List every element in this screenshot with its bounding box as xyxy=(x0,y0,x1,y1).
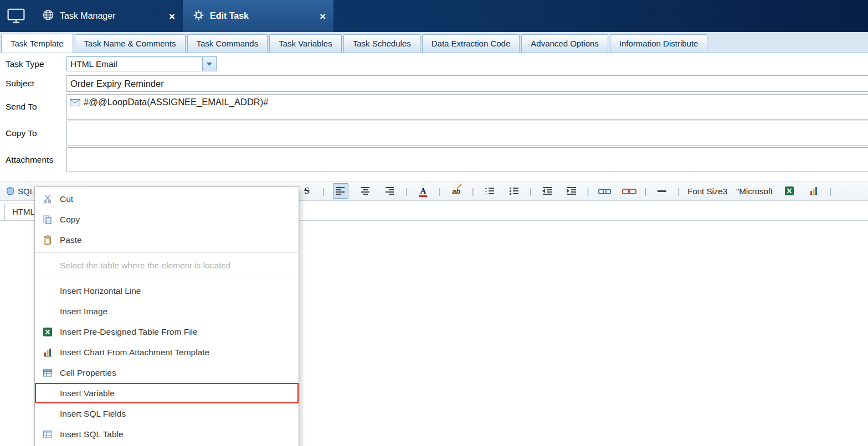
subject-input[interactable]: Order Expiry Reminder xyxy=(66,75,868,92)
toolbar-separator: | xyxy=(439,186,441,196)
task-type-select[interactable]: HTML Email xyxy=(66,56,217,71)
send-to-input[interactable]: #@@LoopData(ASSIGNEE_EMAIL_ADDR)# xyxy=(66,94,868,120)
bullet-list-icon[interactable] xyxy=(482,184,497,198)
send-to-label: Send To xyxy=(6,94,64,120)
align-right-icon[interactable] xyxy=(383,184,397,198)
toolbar-separator: | xyxy=(677,186,680,196)
menu-item-label: Insert SQL Table xyxy=(60,429,124,439)
task-form: Task Type HTML Email Subject Order Expir… xyxy=(0,53,868,181)
menu-separator xyxy=(36,252,297,253)
globe-icon xyxy=(42,9,54,23)
menu-item-insert-sql-fields[interactable]: Insert SQL Fields xyxy=(35,403,299,424)
menu-item-label: Insert Horizontal Line xyxy=(60,286,141,296)
subject-value: Order Expiry Reminder xyxy=(67,76,868,92)
menu-item-insert-horizontal-line[interactable]: Insert Horizontal Line xyxy=(35,281,299,301)
menu-item-label: Select the table where the element is lo… xyxy=(60,261,230,271)
tab-advanced-options[interactable]: Advanced Options xyxy=(521,34,608,53)
menu-item-label: Cut xyxy=(60,194,73,204)
menu-item-icon-empty xyxy=(42,388,54,398)
align-left-icon[interactable] xyxy=(333,183,348,199)
toolbar-separator: | xyxy=(322,186,325,196)
close-icon[interactable]: × xyxy=(169,11,175,22)
menu-item-insert-variable[interactable]: Insert Variable xyxy=(35,383,299,403)
menu-item-icon-empty xyxy=(42,307,54,317)
context-menu: CutCopyPasteSelect the table where the e… xyxy=(34,186,299,446)
tab-task-name-comments[interactable]: Task Name & Comments xyxy=(75,34,186,53)
menu-item-insert-image[interactable]: Insert Image xyxy=(35,301,299,321)
menu-item-label: Insert Chart From Attachment Template xyxy=(60,348,209,357)
menu-item-label: Insert Variable xyxy=(60,388,115,398)
toolbar-separator: | xyxy=(472,186,474,196)
menu-item-insert-chart-from-attachment-template[interactable]: Insert Chart From Attachment Template xyxy=(35,342,299,362)
menu-item-label: Insert Image xyxy=(60,307,107,317)
task-type-label: Task Type xyxy=(6,56,64,71)
window-tab-label: Task Manager xyxy=(60,11,116,21)
close-icon[interactable]: × xyxy=(320,11,326,22)
cut-icon xyxy=(42,194,54,204)
menu-item-label: Insert Pre-Designed Table From File xyxy=(60,327,198,337)
menu-item-select-the-table-where-the-element-is-located: Select the table where the element is lo… xyxy=(35,255,299,276)
strikethrough-icon[interactable]: S xyxy=(300,184,314,198)
unlink-icon[interactable] xyxy=(622,184,636,198)
send-to-value: #@@LoopData(ASSIGNEE_EMAIL_ADDR)# xyxy=(83,97,268,107)
align-center-icon[interactable] xyxy=(358,184,373,198)
font-color-icon[interactable]: A xyxy=(416,184,430,198)
attachments-label: Attachments xyxy=(6,147,64,172)
tab-task-schedules[interactable]: Task Schedules xyxy=(343,34,420,53)
sql-icon xyxy=(6,186,15,196)
menu-item-icon-empty xyxy=(42,409,54,419)
tab-task-commands[interactable]: Task Commands xyxy=(187,34,268,53)
menu-item-label: Insert SQL Fields xyxy=(60,409,126,419)
tab-strip: Task TemplateTask Name & CommentsTask Co… xyxy=(0,32,868,53)
numbered-list-icon[interactable] xyxy=(507,184,521,198)
copy-to-value xyxy=(67,121,868,127)
toolbar-separator: | xyxy=(587,186,589,196)
chart-icon xyxy=(42,348,54,357)
task-type-value: HTML Email xyxy=(67,57,202,71)
tab-information-distribute[interactable]: Information Distribute xyxy=(610,34,708,53)
outdent-icon[interactable] xyxy=(540,184,554,198)
copy-to-label: Copy To xyxy=(6,121,64,146)
tab-task-template[interactable]: Task Template xyxy=(1,34,73,53)
copy-to-input[interactable] xyxy=(66,121,868,146)
monitor-icon[interactable] xyxy=(0,0,32,32)
paste-icon xyxy=(42,235,54,245)
title-bar: Task Manager × Edit Task × xyxy=(0,0,868,32)
subject-label: Subject xyxy=(6,75,64,92)
window-tab-task-manager[interactable]: Task Manager × xyxy=(32,0,183,32)
chart-icon[interactable] xyxy=(807,184,821,198)
menu-separator xyxy=(36,278,297,278)
copy-icon xyxy=(42,215,54,225)
menu-item-icon-empty xyxy=(42,286,54,296)
menu-item-insert-sql-table[interactable]: Insert SQL Table xyxy=(35,424,299,444)
toolbar-separator: | xyxy=(405,186,408,196)
menu-item-label: Copy xyxy=(60,215,80,225)
tab-data-extraction-code[interactable]: Data Extraction Code xyxy=(422,34,520,53)
excel-icon[interactable] xyxy=(782,184,797,198)
sql-table-icon xyxy=(42,429,54,439)
table-icon xyxy=(42,368,54,378)
menu-item-cut[interactable]: Cut xyxy=(35,189,299,209)
attachments-input[interactable] xyxy=(66,147,868,172)
toolbar-separator: | xyxy=(829,186,831,196)
menu-item-copy[interactable]: Copy xyxy=(35,209,299,230)
window-tab-label: Edit Task xyxy=(210,11,249,21)
sql-button[interactable]: SQL xyxy=(6,186,34,196)
font-size-label[interactable]: Font Size3 xyxy=(683,186,732,196)
highlight-icon[interactable]: ab xyxy=(449,184,464,198)
envelope-icon xyxy=(70,98,80,108)
link-icon[interactable] xyxy=(597,184,612,198)
toolbar-separator: | xyxy=(530,186,532,196)
indent-icon[interactable] xyxy=(564,184,579,198)
chevron-down-icon[interactable] xyxy=(202,57,216,71)
font-family-label[interactable]: "Microsoft xyxy=(732,186,777,196)
window-tab-edit-task[interactable]: Edit Task × xyxy=(183,0,333,32)
attachments-value xyxy=(67,148,868,153)
tab-task-variables[interactable]: Task Variables xyxy=(269,34,341,53)
horizontal-line-icon[interactable] xyxy=(655,184,669,198)
menu-item-label: Cell Properties xyxy=(60,368,116,378)
menu-item-paste[interactable]: Paste xyxy=(35,230,299,250)
menu-item-insert-pre-designed-table-from-file[interactable]: Insert Pre-Designed Table From File xyxy=(35,321,299,342)
menu-item-cell-properties[interactable]: Cell Properties xyxy=(35,362,299,383)
excel-icon xyxy=(42,327,54,337)
